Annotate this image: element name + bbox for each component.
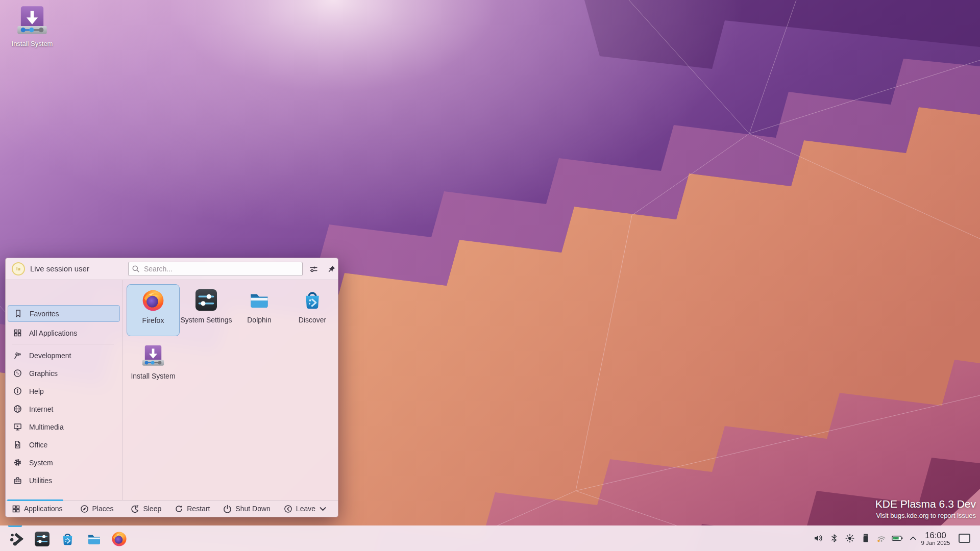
user-initials: lu xyxy=(16,266,20,271)
app-tile-label: Dolphin xyxy=(233,316,286,324)
tab-label: Places xyxy=(92,505,114,513)
sidebar-item-internet[interactable]: Internet xyxy=(8,400,120,417)
install-system-icon xyxy=(141,344,165,368)
restart-button[interactable]: Restart xyxy=(175,505,210,513)
taskbar-firefox[interactable] xyxy=(109,529,129,548)
action-label: Shut Down xyxy=(235,505,270,513)
configure-icon xyxy=(309,265,318,273)
sidebar-item-development[interactable]: Development xyxy=(8,347,120,364)
launcher-sidebar: Favorites All Applications Development G… xyxy=(6,280,122,500)
taskbar-discover[interactable] xyxy=(58,529,77,548)
apps-grid-icon xyxy=(13,329,22,337)
tab-label: Applications xyxy=(24,505,63,513)
battery-tray-button[interactable] xyxy=(892,533,903,544)
volume-tray-button[interactable] xyxy=(813,533,824,544)
sidebar-item-label: Internet xyxy=(29,405,53,413)
app-tile-discover[interactable]: Discover xyxy=(286,284,339,336)
graphics-icon xyxy=(13,369,22,378)
sidebar-item-label: Office xyxy=(29,441,47,449)
sidebar-item-label: Multimedia xyxy=(29,423,64,431)
tab-applications[interactable]: Applications xyxy=(12,505,63,513)
globe-icon xyxy=(13,405,22,413)
sidebar-item-help[interactable]: Help xyxy=(8,383,120,399)
taskbar: 16:00 9 Jan 2025 xyxy=(0,525,980,551)
configure-button[interactable] xyxy=(308,263,319,274)
action-label: Sleep xyxy=(143,505,161,513)
compass-icon xyxy=(80,505,89,513)
sidebar-item-all-applications[interactable]: All Applications xyxy=(8,324,120,341)
pin-button[interactable] xyxy=(326,263,337,274)
removable-device-tray-button[interactable] xyxy=(860,533,871,544)
brightness-tray-button[interactable] xyxy=(844,533,855,544)
user-avatar[interactable]: lu xyxy=(12,262,25,276)
launcher-header: lu Live session user xyxy=(6,258,338,280)
desktop-icon-label: Install System xyxy=(4,40,60,47)
sleep-icon xyxy=(131,505,139,513)
app-tile-label: Discover xyxy=(286,316,339,324)
action-label: Restart xyxy=(187,505,210,513)
tab-places[interactable]: Places xyxy=(80,505,114,513)
active-task-indicator xyxy=(8,525,22,527)
sleep-button[interactable]: Sleep xyxy=(131,505,161,513)
sidebar-item-label: Favorites xyxy=(30,310,59,318)
app-tile-system-settings[interactable]: System Settings xyxy=(180,284,233,336)
system-settings-icon xyxy=(194,288,218,312)
taskbar-dolphin[interactable] xyxy=(84,529,104,548)
pin-icon xyxy=(327,265,336,273)
bluetooth-tray-button[interactable] xyxy=(828,533,840,544)
sidebar-item-graphics[interactable]: Graphics xyxy=(8,365,120,382)
sidebar-item-office[interactable]: Office xyxy=(8,436,120,453)
sidebar-item-utilities[interactable]: Utilities xyxy=(8,472,120,489)
gear-icon xyxy=(13,458,22,467)
system-tray xyxy=(813,525,919,551)
app-tile-dolphin[interactable]: Dolphin xyxy=(233,284,286,336)
expand-tray-button[interactable] xyxy=(908,533,919,544)
leave-button[interactable]: Leave xyxy=(284,505,331,513)
show-desktop-button[interactable] xyxy=(959,534,970,543)
discover-icon xyxy=(59,531,76,547)
chevron-up-icon xyxy=(908,533,918,543)
search-box xyxy=(128,262,303,276)
action-label: Leave xyxy=(296,505,315,513)
app-tile-label: Install System xyxy=(127,372,180,381)
search-icon xyxy=(132,265,140,273)
taskbar-system-settings[interactable] xyxy=(32,529,52,548)
sidebar-item-system[interactable]: System xyxy=(8,454,120,471)
plasma-version-text: KDE Plasma 6.3 Dev xyxy=(875,498,976,510)
shut-down-button[interactable]: Shut Down xyxy=(223,505,270,513)
help-icon xyxy=(13,387,22,395)
firefox-icon xyxy=(111,531,128,547)
taskbar-application-launcher[interactable] xyxy=(7,529,26,548)
kde-launcher-icon xyxy=(8,531,25,547)
app-tile-firefox[interactable]: Firefox xyxy=(127,284,180,336)
search-input[interactable] xyxy=(128,262,303,276)
chevron-down-icon[interactable] xyxy=(318,505,327,513)
digital-clock[interactable]: 16:00 9 Jan 2025 xyxy=(918,525,953,551)
document-icon xyxy=(13,440,22,449)
battery-icon xyxy=(892,534,903,543)
sidebar-item-favorites[interactable]: Favorites xyxy=(8,305,120,322)
app-tile-install-system[interactable]: Install System xyxy=(127,340,180,392)
user-name: Live session user xyxy=(30,258,89,280)
network-tray-button[interactable] xyxy=(876,533,887,544)
leave-icon xyxy=(284,505,292,513)
sidebar-item-label: Utilities xyxy=(29,477,52,485)
app-tile-label: Firefox xyxy=(127,316,179,325)
sidebar-item-label: Help xyxy=(29,387,44,395)
system-settings-icon xyxy=(34,531,51,547)
restart-icon xyxy=(175,505,183,513)
sidebar-item-multimedia[interactable]: Multimedia xyxy=(8,418,120,435)
plasma-branding: KDE Plasma 6.3 Dev Visit bugs.kde.org to… xyxy=(875,498,976,519)
plasma-report-text: Visit bugs.kde.org to report issues xyxy=(875,512,976,519)
dolphin-icon xyxy=(86,531,103,547)
bluetooth-icon xyxy=(829,533,839,543)
sidebar-divider xyxy=(122,280,122,500)
toolbox-icon xyxy=(13,476,22,485)
wifi-icon xyxy=(876,533,887,543)
firefox-icon xyxy=(141,288,165,313)
shutdown-icon xyxy=(223,505,232,513)
clock-time: 16:00 xyxy=(925,531,946,540)
desktop-icon-install-system[interactable]: Install System xyxy=(4,5,60,47)
sidebar-item-label: Development xyxy=(29,352,71,360)
sidebar-item-label: All Applications xyxy=(29,329,77,337)
